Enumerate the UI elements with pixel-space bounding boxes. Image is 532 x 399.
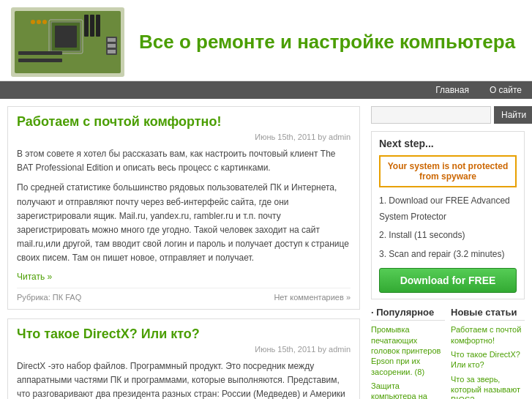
svg-point-11 bbox=[37, 20, 41, 24]
article-1-body2: По средней статистике большинство рядовы… bbox=[17, 181, 351, 265]
svg-rect-15 bbox=[108, 44, 116, 48]
search-input[interactable] bbox=[371, 106, 491, 124]
svg-rect-8 bbox=[18, 51, 62, 55]
site-title: Все о ремонте и настройке компьютера bbox=[139, 30, 515, 55]
popular-item-1[interactable]: Промывка печатающих головок принтеров Ep… bbox=[371, 324, 445, 376]
new-article-2[interactable]: Что такое DirectX? Или кто? bbox=[451, 349, 525, 370]
nextstep-step-2: 2. Install (11 seconds) bbox=[379, 228, 517, 244]
article-2-title[interactable]: Что такое DirectX? Или кто? bbox=[17, 327, 351, 342]
nav-home[interactable]: Главная bbox=[425, 81, 479, 99]
svg-rect-9 bbox=[18, 59, 62, 62]
sidebar: Найти Next step... Your system is not pr… bbox=[371, 106, 525, 399]
new-articles-column: Новые статьи Работаем с почтой комфортно… bbox=[451, 307, 525, 399]
header: Все о ремонте и настройке компьютера bbox=[0, 0, 532, 81]
svg-point-12 bbox=[42, 20, 47, 24]
list-item: Что такое DirectX? Или кто? bbox=[451, 349, 525, 370]
svg-rect-6 bbox=[90, 15, 94, 37]
search-bar: Найти bbox=[371, 106, 525, 124]
article-1-comments[interactable]: Нет комментариев » bbox=[274, 293, 351, 302]
popular-list: Промывка печатающих головок принтеров Ep… bbox=[371, 324, 445, 399]
new-articles-title: Новые статьи bbox=[451, 307, 525, 321]
navbar: Главная О сайте bbox=[0, 81, 532, 99]
list-item: Защита компьютера на уровне BIOS (7) bbox=[371, 381, 445, 399]
svg-point-10 bbox=[31, 20, 35, 24]
svg-rect-14 bbox=[108, 38, 116, 42]
list-item: Промывка печатающих головок принтеров Ep… bbox=[371, 324, 445, 376]
search-button[interactable]: Найти bbox=[494, 106, 532, 124]
nav-about[interactable]: О сайте bbox=[479, 81, 532, 99]
nextstep-warning: Your system is not protected from spywar… bbox=[379, 155, 517, 187]
svg-rect-3 bbox=[55, 26, 77, 48]
article-1-title[interactable]: Работаем с почтой комфортно! bbox=[17, 114, 351, 130]
nextstep-steps: 1. Download our FREE Advanced System Pro… bbox=[379, 193, 517, 262]
new-article-3[interactable]: Что за зверь, который называют BIOS? bbox=[451, 374, 525, 399]
nextstep-box: Next step... Your system is not protecte… bbox=[371, 131, 525, 299]
article-2: Что такое DirectX? Или кто? Июнь 15th, 2… bbox=[7, 318, 360, 400]
article-1-meta: Июнь 15th, 2011 by admin bbox=[17, 133, 351, 141]
article-2-body1: DirectX -это набор файлов. Программный п… bbox=[17, 359, 351, 400]
article-1: Работаем с почтой комфортно! Июнь 15th, … bbox=[7, 106, 360, 310]
article-2-meta: Июнь 15th, 2011 by admin bbox=[17, 345, 351, 354]
popular-column: · Популярное Промывка печатающих головок… bbox=[371, 307, 445, 399]
nextstep-step-1: 1. Download our FREE Advanced System Pro… bbox=[379, 193, 517, 225]
svg-rect-7 bbox=[96, 15, 100, 37]
article-1-category[interactable]: Рубрика: ПК FAQ bbox=[17, 293, 81, 302]
popular-title: · Популярное bbox=[371, 307, 445, 321]
new-article-1[interactable]: Работаем с почтой комфортно! bbox=[451, 324, 525, 346]
logo-image bbox=[11, 7, 124, 77]
download-button[interactable]: Download for FREE bbox=[379, 268, 517, 293]
nextstep-title: Next step... bbox=[379, 138, 517, 149]
popular-item-2[interactable]: Защита компьютера на уровне BIOS (7) bbox=[371, 381, 445, 399]
sidebar-bottom-columns: · Популярное Промывка печатающих головок… bbox=[371, 307, 525, 399]
new-articles-list: Работаем с почтой комфортно! Что такое D… bbox=[451, 324, 525, 399]
list-item: Работаем с почтой комфортно! bbox=[451, 324, 525, 346]
article-list: Работаем с почтой комфортно! Июнь 15th, … bbox=[7, 106, 371, 399]
article-1-footer: Рубрика: ПК FAQ Нет комментариев » bbox=[17, 288, 351, 302]
main-content: Работаем с почтой комфортно! Июнь 15th, … bbox=[0, 99, 532, 399]
article-1-body1: В этом совете я хотел бы рассказать вам,… bbox=[17, 147, 351, 175]
svg-rect-5 bbox=[84, 15, 89, 37]
svg-rect-16 bbox=[108, 50, 116, 53]
list-item: Что за зверь, который называют BIOS? bbox=[451, 374, 525, 399]
nextstep-step-3: 3. Scan and repair (3.2 minutes) bbox=[379, 247, 517, 263]
article-1-readmore[interactable]: Читать » bbox=[17, 272, 351, 282]
